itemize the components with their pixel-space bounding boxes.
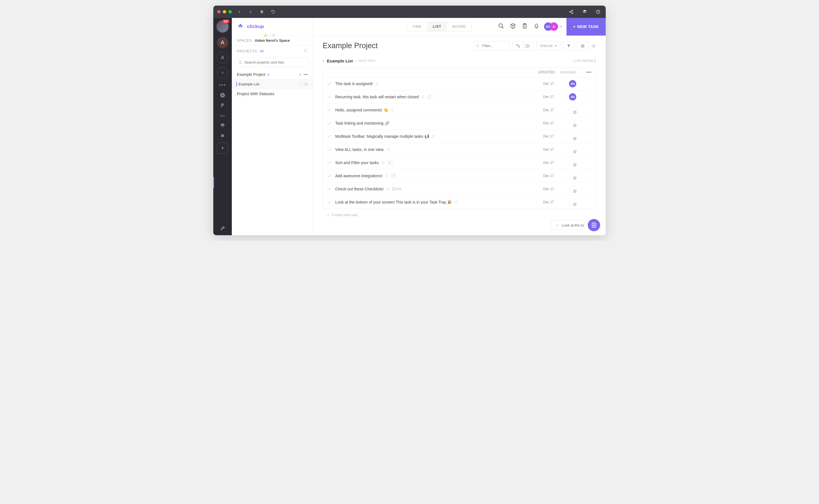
- home-button[interactable]: [258, 8, 266, 15]
- bell-icon[interactable]: [533, 23, 539, 30]
- task-assignee: [569, 199, 591, 206]
- col-more-icon[interactable]: •••: [583, 70, 591, 75]
- task-updated: Dec 17: [543, 82, 565, 86]
- status-dropdown[interactable]: STATUS ▾: [536, 41, 560, 50]
- chevron-down-icon[interactable]: ▾: [268, 73, 269, 76]
- columns-button[interactable]: [577, 41, 588, 50]
- close-window[interactable]: [217, 10, 221, 13]
- task-row[interactable]: Sort and Filter your tasks1Dec 17: [323, 156, 596, 169]
- window-controls: [217, 10, 232, 13]
- new-task-inline[interactable]: + NEW TASK: [356, 59, 376, 62]
- user-avatar[interactable]: 137: [216, 20, 229, 33]
- project-statuses[interactable]: Project With Statuses: [232, 89, 313, 99]
- hierarchy-toggle[interactable]: [512, 41, 534, 50]
- workspace-a2[interactable]: A: [217, 52, 228, 63]
- bolt-chip[interactable]: ⚡: [270, 33, 277, 38]
- clickup-icon[interactable]: [220, 132, 226, 139]
- add-list-icon[interactable]: +: [299, 72, 301, 77]
- check-icon[interactable]: [327, 81, 332, 86]
- search-icon: [238, 60, 243, 64]
- search-input[interactable]: [235, 58, 310, 67]
- svg-rect-15: [581, 45, 584, 47]
- clipboard-icon[interactable]: [522, 23, 528, 30]
- task-updated: Dec 17: [543, 161, 565, 165]
- project-more-icon[interactable]: •••: [304, 72, 308, 77]
- check-icon[interactable]: [327, 160, 332, 165]
- assign-empty-icon[interactable]: [569, 199, 576, 206]
- reload-button[interactable]: [269, 8, 277, 15]
- back-button[interactable]: [236, 8, 243, 15]
- list-details-link[interactable]: › LIST DETAILS: [572, 59, 596, 62]
- forward-button[interactable]: [247, 8, 254, 15]
- task-row[interactable]: Check out these Checklists!0/8Dec 17: [323, 182, 596, 195]
- collapse-icon[interactable]: [303, 48, 308, 54]
- assign-empty-icon[interactable]: [569, 172, 576, 179]
- task-row[interactable]: This task is assigned!Dec 17AN: [323, 77, 596, 90]
- plus-icon: +: [573, 24, 576, 29]
- assign-empty-icon[interactable]: [569, 106, 576, 114]
- task-row[interactable]: View ALL tasks, in one view.Dec 17: [323, 143, 596, 156]
- projects-label: PROJECTS: [237, 49, 257, 53]
- list-example[interactable]: Example List 10: [232, 79, 313, 89]
- add-app[interactable]: +: [217, 143, 228, 154]
- space-name[interactable]: Aidan Nerol's Space: [255, 38, 290, 43]
- task-row[interactable]: Task linking and mentioning 🔗Dec 17: [323, 116, 596, 130]
- gear-icon[interactable]: [591, 43, 596, 48]
- check-icon[interactable]: [327, 134, 332, 139]
- assignee-avatar[interactable]: AN: [569, 93, 576, 101]
- project-example[interactable]: Example Project ▾ + •••: [232, 70, 313, 79]
- all-link[interactable]: All: [260, 49, 264, 53]
- check-icon[interactable]: [327, 121, 332, 125]
- tab-time[interactable]: TIME: [407, 22, 427, 31]
- paypal-icon[interactable]: [220, 102, 226, 108]
- clock-icon[interactable]: [594, 8, 602, 15]
- assign-empty-icon[interactable]: [569, 159, 576, 166]
- check-icon[interactable]: [327, 108, 332, 112]
- chevron-right-icon[interactable]: ›: [323, 58, 324, 63]
- check-icon[interactable]: [327, 95, 332, 99]
- svg-point-2: [572, 13, 573, 14]
- maximize-window[interactable]: [229, 10, 232, 13]
- filter-button[interactable]: [563, 41, 574, 50]
- chevron-down-icon[interactable]: ▾: [560, 25, 562, 29]
- check-icon[interactable]: [327, 187, 332, 191]
- notepad-fab[interactable]: [588, 219, 600, 231]
- assign-empty-icon[interactable]: [569, 120, 576, 127]
- layers-icon[interactable]: [581, 8, 588, 15]
- assign-empty-icon[interactable]: [569, 146, 576, 153]
- assign-empty-icon[interactable]: [569, 185, 576, 193]
- task-row[interactable]: Hello, assigned comments! 👋Dec 17: [323, 103, 596, 116]
- wrench-icon[interactable]: [220, 225, 226, 231]
- star-chip[interactable]: ⭐: [262, 33, 269, 38]
- task-row[interactable]: Add awesome integrations!7Dec 17: [323, 169, 596, 182]
- list-label: Example List: [239, 82, 259, 86]
- task-name: Task linking and mentioning 🔗: [335, 121, 540, 125]
- list-title[interactable]: Example List: [327, 59, 353, 63]
- workspace-a1[interactable]: A: [217, 37, 228, 48]
- new-task-button[interactable]: + NEW TASK: [566, 18, 606, 36]
- check-icon[interactable]: [327, 200, 332, 204]
- pinterest-icon[interactable]: [220, 92, 226, 98]
- task-row[interactable]: Look at the bottom of your screen! This …: [323, 195, 596, 209]
- more-workspaces[interactable]: •••: [219, 82, 226, 88]
- tray-task-card[interactable]: Look at the bo: [551, 220, 584, 230]
- task-row[interactable]: Recurring task: this task will restart w…: [323, 90, 596, 103]
- check-icon: [555, 223, 559, 227]
- tab-board[interactable]: BOARD: [447, 22, 471, 31]
- check-icon[interactable]: [327, 147, 332, 152]
- box-icon[interactable]: [220, 122, 226, 129]
- check-icon[interactable]: [327, 174, 332, 178]
- search-icon[interactable]: [498, 23, 504, 30]
- task-row[interactable]: Multitask Toolbar: Magically manage mult…: [323, 130, 596, 143]
- add-workspace[interactable]: +: [217, 67, 228, 78]
- minimize-window[interactable]: [223, 10, 226, 13]
- svg-point-5: [220, 115, 222, 116]
- assignee-avatar[interactable]: AN: [569, 80, 576, 87]
- task-name: Check out these Checklists!0/8: [335, 187, 540, 191]
- assign-empty-icon[interactable]: [569, 133, 576, 140]
- user-chips[interactable]: AN A ▾: [544, 22, 562, 31]
- share-icon[interactable]: [567, 8, 575, 15]
- monday-icon[interactable]: [220, 112, 226, 118]
- cube-icon[interactable]: [510, 23, 516, 30]
- tab-list[interactable]: LIST: [427, 22, 447, 31]
